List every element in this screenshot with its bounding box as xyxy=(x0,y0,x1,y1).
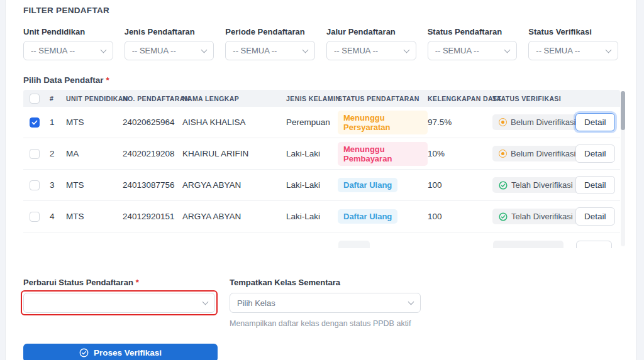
field-label-text: Perbarui Status Pendaftaran xyxy=(23,278,133,287)
status-verifikasi-badge: Telah Diverifikasi xyxy=(492,209,579,224)
row-unit: MTS xyxy=(66,180,123,190)
chevron-down-icon xyxy=(408,299,414,305)
chevron-down-icon xyxy=(504,46,511,53)
row-no-pendaftaran: 24020219208 xyxy=(123,149,182,158)
row-kelengkapan: 10% xyxy=(428,149,492,158)
row-jenis-kelamin: Laki-Laki xyxy=(286,180,338,190)
detail-button[interactable]: Detail xyxy=(575,145,615,163)
row-num: 2 xyxy=(50,149,66,158)
required-asterisk: * xyxy=(136,278,139,287)
row-no-pendaftaran: 24013087756 xyxy=(123,180,182,190)
select-all-checkbox[interactable] xyxy=(30,94,40,104)
filter-label: Periode Pendaftaran xyxy=(225,27,315,36)
row-checkbox[interactable] xyxy=(30,117,40,128)
scrollbar-thumb[interactable] xyxy=(621,91,625,130)
table-row-partial xyxy=(23,232,625,248)
filter-label: Status Verifikasi xyxy=(528,27,618,36)
filter-label: Jenis Pendaftaran xyxy=(125,27,214,36)
verification-form: Perbarui Status Pendaftaran* Tempatkan K… xyxy=(23,278,618,328)
row-nama: ARGYA ABYAN xyxy=(182,180,286,190)
row-unit: MTS xyxy=(66,117,123,127)
pending-dot-icon xyxy=(499,150,507,158)
highlight-ring xyxy=(23,293,215,313)
select-value: -- SEMUA -- xyxy=(132,46,176,55)
row-num: 4 xyxy=(50,212,66,221)
status-pendaftaran-badge: Daftar Ulang xyxy=(338,178,397,192)
filter-label: Unit Pendidikan xyxy=(23,27,113,36)
filter-status-verifikasi: Status Verifikasi -- SEMUA -- xyxy=(528,27,618,60)
table-header-row: # UNIT PENDIDIKAN NO. PENDAFTARAN NAMA L… xyxy=(23,90,620,107)
jenis-pendaftaran-select[interactable]: -- SEMUA -- xyxy=(125,41,214,60)
row-unit: MA xyxy=(66,149,123,158)
check-circle-icon xyxy=(79,348,89,357)
chevron-down-icon xyxy=(201,46,208,53)
table-row: 1 MTS 24020625964 AISHA KHALISA Perempua… xyxy=(23,107,620,138)
header-num: # xyxy=(50,95,66,102)
row-kelengkapan: 97.5% xyxy=(428,117,492,127)
perbarui-status-select[interactable] xyxy=(23,293,215,313)
detail-button-partial[interactable] xyxy=(576,241,612,248)
status-pendaftaran-badge: Daftar Ulang xyxy=(338,209,397,224)
row-checkbox[interactable] xyxy=(30,180,40,190)
filter-section-title: FILTER PENDAFTAR xyxy=(23,0,618,15)
status-verifikasi-badge: Telah Diverifikasi xyxy=(492,177,579,193)
button-label: Proses Verifikasi xyxy=(94,348,162,357)
row-jenis-kelamin: Laki-Laki xyxy=(286,149,338,158)
chevron-down-icon xyxy=(303,46,309,53)
detail-button[interactable]: Detail xyxy=(575,176,615,194)
required-asterisk: * xyxy=(106,75,109,85)
row-checkbox[interactable] xyxy=(30,149,40,159)
detail-button[interactable]: Detail xyxy=(575,207,615,226)
proses-verifikasi-button[interactable]: Proses Verifikasi xyxy=(23,344,218,360)
field-perbarui-status: Perbarui Status Pendaftaran* xyxy=(23,278,215,328)
select-value: -- SEMUA -- xyxy=(435,46,479,55)
status-pendaftaran-select[interactable]: -- SEMUA -- xyxy=(428,41,518,60)
row-nama: AISHA KHALISA xyxy=(182,117,286,127)
pilih-kelas-select[interactable]: Pilih Kelas xyxy=(230,293,421,313)
status-verifikasi-badge: Belum Diverifikasi xyxy=(492,114,582,130)
status-verifikasi-badge-partial xyxy=(493,241,564,248)
header-select-all xyxy=(23,94,50,104)
row-kelengkapan: 100 xyxy=(428,212,492,221)
row-kelengkapan: 100 xyxy=(428,180,492,190)
status-pendaftaran-badge-partial xyxy=(338,241,370,248)
chevron-down-icon xyxy=(203,299,209,305)
badge-label: Telah Diverifikasi xyxy=(511,180,573,190)
chevron-down-icon xyxy=(606,46,612,53)
check-icon xyxy=(31,119,38,126)
row-unit: MTS xyxy=(66,212,123,221)
row-num: 1 xyxy=(50,117,66,127)
filter-periode-pendaftaran: Periode Pendaftaran -- SEMUA -- xyxy=(225,27,315,60)
detail-button[interactable]: Detail xyxy=(575,113,615,131)
row-jenis-kelamin: Laki-Laki xyxy=(286,212,338,221)
unit-pendidikan-select[interactable]: -- SEMUA -- xyxy=(23,41,113,60)
status-pendaftaran-badge: Menunggu Persyaratan xyxy=(338,111,428,134)
select-placeholder: Pilih Kelas xyxy=(237,298,275,308)
check-circle-icon xyxy=(499,181,508,190)
periode-pendaftaran-select[interactable]: -- SEMUA -- xyxy=(225,41,315,60)
row-no-pendaftaran: 24020625964 xyxy=(123,117,182,127)
row-jenis-kelamin: Perempuan xyxy=(286,117,338,127)
field-label: Perbarui Status Pendaftaran* xyxy=(23,278,215,287)
filter-unit-pendidikan: Unit Pendidikan -- SEMUA -- xyxy=(23,27,113,60)
header-nama-lengkap: NAMA LENGKAP xyxy=(182,95,286,102)
row-nama: KHAIRUL ARIFIN xyxy=(182,149,286,158)
chevron-down-icon xyxy=(100,46,106,53)
jalur-pendaftaran-select[interactable]: -- SEMUA -- xyxy=(326,41,416,60)
filter-status-pendaftaran: Status Pendaftaran -- SEMUA -- xyxy=(428,27,518,60)
badge-label: Belum Diverifikasi xyxy=(511,149,575,158)
filter-grid: Unit Pendidikan -- SEMUA -- Jenis Pendaf… xyxy=(23,27,618,60)
table-scrollbar[interactable] xyxy=(621,91,625,246)
chevron-down-icon xyxy=(403,46,409,53)
header-status-pendaftaran: STATUS PENDAFTARAN xyxy=(338,95,428,102)
status-verifikasi-badge: Belum Diverifikasi xyxy=(492,146,582,161)
row-checkbox[interactable] xyxy=(30,212,40,222)
row-num: 3 xyxy=(50,180,66,190)
filter-label: Status Pendaftaran xyxy=(428,27,518,36)
filter-jenis-pendaftaran: Jenis Pendaftaran -- SEMUA -- xyxy=(125,27,214,60)
row-nama: ARGYA ABYAN xyxy=(182,212,286,221)
status-verifikasi-select[interactable]: -- SEMUA -- xyxy=(528,41,618,60)
main-card: FILTER PENDAFTAR Unit Pendidikan -- SEMU… xyxy=(5,0,636,360)
table-row: 2 MA 24020219208 KHAIRUL ARIFIN Laki-Lak… xyxy=(23,138,620,170)
select-value: -- SEMUA -- xyxy=(334,46,378,55)
